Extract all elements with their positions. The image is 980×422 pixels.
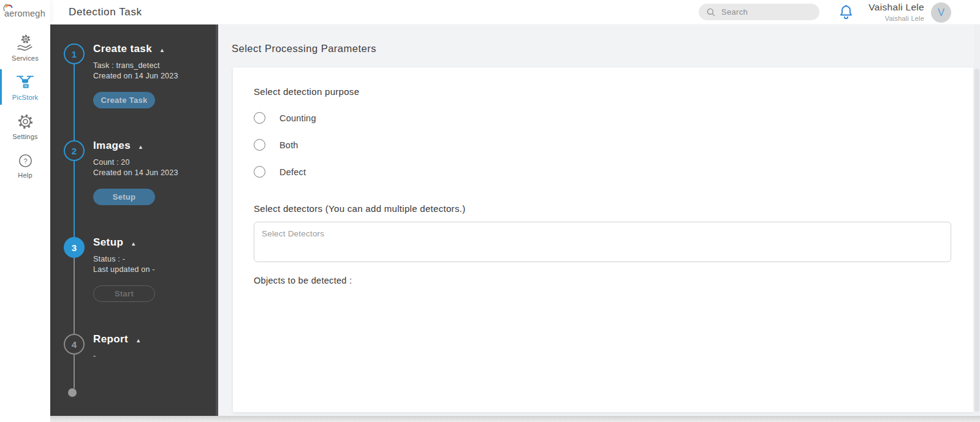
collapse-arrow-icon <box>138 140 143 151</box>
avatar[interactable]: V <box>931 2 951 23</box>
notifications-bell-icon[interactable] <box>838 4 854 21</box>
stepper-connector <box>74 258 75 334</box>
step-meta-line: Status : - <box>93 254 213 265</box>
sidebar-item-label: Help <box>18 171 32 179</box>
step-meta: Status : - Last updated on - <box>93 254 213 275</box>
step-create-task: Create task Task : trans_detect Created … <box>93 43 213 108</box>
objects-to-detect-label: Objects to be detected : <box>254 276 951 285</box>
user-menu[interactable]: Vaishali Lele Vaishali Lele <box>868 2 924 22</box>
step-title: Setup <box>93 236 123 249</box>
step-meta: - <box>93 351 213 361</box>
step-title: Create task <box>93 43 152 55</box>
step-meta-line: Created on 14 Jun 2023 <box>93 71 213 81</box>
step-meta-line: Task : trans_detect <box>93 61 213 71</box>
left-icon-rail: aeromegh Services <box>0 0 50 422</box>
radio-icon[interactable] <box>254 166 265 178</box>
stepper-connector <box>74 355 75 388</box>
step-header[interactable]: Setup <box>93 236 213 249</box>
search-icon <box>706 7 716 17</box>
radio-label: Both <box>279 140 298 150</box>
sidebar-item-settings[interactable]: Settings <box>0 107 50 146</box>
horizontal-scrollbar-track[interactable] <box>50 416 980 422</box>
collapse-arrow-icon <box>135 334 141 345</box>
step-meta-line: - <box>93 351 213 361</box>
sidebar-item-services[interactable]: Services <box>0 28 50 67</box>
step-meta-line: Last updated on - <box>93 265 213 275</box>
step-1-indicator: 1 <box>64 43 85 64</box>
search-input[interactable] <box>721 7 807 17</box>
step-setup: Setup Status : - Last updated on - Start <box>93 236 213 302</box>
stepper-end-dot <box>68 388 77 397</box>
sidebar-item-label: PicStork <box>12 94 39 101</box>
sidebar-item-picstork[interactable]: PicStork <box>0 67 50 107</box>
gear-icon <box>17 113 34 130</box>
gear-in-hand-icon <box>16 34 34 52</box>
step-meta: Task : trans_detect Created on 14 Jun 20… <box>93 61 213 81</box>
main-content: Select Processing Parameters Select dete… <box>218 24 980 422</box>
svg-text:?: ? <box>23 157 27 164</box>
page-title: Detection Task <box>69 0 142 24</box>
sidebar-item-label: Services <box>12 55 39 62</box>
step-meta-line: Created on 14 Jun 2023 <box>93 168 213 178</box>
sidebar-item-help[interactable]: ? Help <box>0 146 50 185</box>
radio-option-defect[interactable]: Defect <box>254 166 951 178</box>
step-header[interactable]: Report <box>93 333 213 345</box>
logo-arc-icon <box>2 3 15 12</box>
vertical-scrollbar-track[interactable] <box>974 24 980 422</box>
vertical-scrollbar-thumb[interactable] <box>974 69 979 412</box>
collapse-arrow-icon <box>159 43 165 55</box>
step-meta-line: Count : 20 <box>93 157 213 168</box>
detection-purpose-label: Select detection purpose <box>254 86 951 97</box>
collapse-arrow-icon <box>131 237 136 248</box>
select-detectors-label: Select detectors (You can add multiple d… <box>254 203 951 214</box>
section-title: Select Processing Parameters <box>232 43 376 55</box>
aeromegh-logo[interactable]: aeromegh <box>0 0 50 24</box>
select-detectors-input[interactable] <box>254 222 951 262</box>
user-name: Vaishali Lele <box>868 2 924 13</box>
task-stepper-panel: 1 2 3 4 Create task Task : trans_detect … <box>50 24 218 416</box>
stepper-connector <box>74 161 75 237</box>
radio-option-counting[interactable]: Counting <box>254 112 951 124</box>
step-report: Report - <box>93 333 213 361</box>
radio-label: Counting <box>279 113 316 123</box>
step-images: Images Count : 20 Created on 14 Jun 2023… <box>93 140 213 205</box>
user-subtitle: Vaishali Lele <box>868 15 924 22</box>
radio-option-both[interactable]: Both <box>254 139 951 151</box>
step-4-indicator: 4 <box>64 334 85 355</box>
create-task-button[interactable]: Create Task <box>93 92 155 108</box>
stepper-connector <box>74 64 75 140</box>
drone-icon <box>16 73 34 91</box>
top-bar: Detection Task Vaishali Lele Vaishali Le… <box>50 0 980 24</box>
step-3-indicator: 3 <box>64 237 85 258</box>
radio-label: Defect <box>279 167 306 177</box>
radio-icon[interactable] <box>254 139 265 151</box>
step-title: Report <box>93 333 128 345</box>
processing-parameters-card: Select detection purpose Counting Both D… <box>233 67 973 412</box>
step-meta: Count : 20 Created on 14 Jun 2023 <box>93 157 213 178</box>
sidebar-item-label: Settings <box>12 133 37 140</box>
step-title: Images <box>93 140 131 152</box>
step-header[interactable]: Images <box>93 140 213 152</box>
search-box[interactable] <box>699 4 819 20</box>
step-header[interactable]: Create task <box>93 43 213 55</box>
radio-icon[interactable] <box>254 112 265 124</box>
rail-nav: Services PicStork <box>0 24 50 185</box>
avatar-letter: V <box>938 7 944 18</box>
question-circle-icon: ? <box>17 153 34 169</box>
start-button[interactable]: Start <box>93 285 155 302</box>
images-setup-button[interactable]: Setup <box>93 189 155 205</box>
step-2-indicator: 2 <box>64 140 85 161</box>
